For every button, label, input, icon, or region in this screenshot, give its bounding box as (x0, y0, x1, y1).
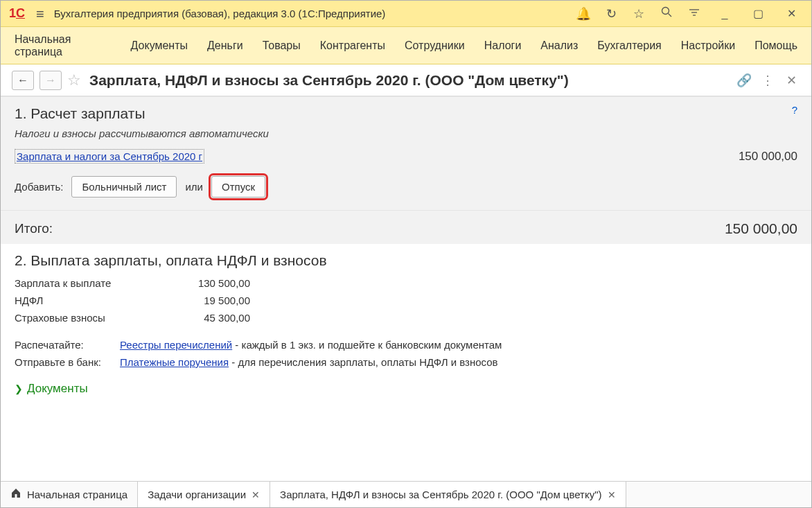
window-close-button[interactable]: ✕ (779, 7, 803, 20)
history-icon[interactable]: ↻ (602, 6, 620, 21)
add-label: Добавить: (15, 181, 63, 193)
print-label: Распечатайте: (15, 339, 112, 351)
section1-note: Налоги и взносы рассчитываются автоматич… (15, 128, 797, 139)
link-salary-taxes[interactable]: Зарплата и налоги за Сентябрь 2020 г (15, 149, 204, 164)
window-maximize-button[interactable]: ▢ (746, 7, 770, 20)
menubar: Начальная страница Документы Деньги Това… (1, 27, 811, 64)
app-logo: 1C (9, 6, 26, 21)
print-instruction: Распечатайте: Реестры перечислений - каж… (15, 336, 797, 353)
payment-summary-table: Зарплата к выплате 130 500,00 НДФЛ 19 50… (15, 274, 797, 326)
close-page-icon[interactable]: ✕ (782, 73, 800, 88)
menu-home[interactable]: Начальная страница (15, 33, 112, 58)
bottom-tabs: Начальная страница Задачи организации ✕ … (1, 481, 811, 507)
total-label: Итого: (15, 221, 53, 236)
bell-icon[interactable]: 🔔 (574, 6, 592, 21)
row-value: 45 300,00 (174, 312, 250, 324)
tab-salary[interactable]: Зарплата, НДФЛ и взносы за Сентябрь 2020… (270, 482, 626, 507)
vacation-button[interactable]: Отпуск (211, 176, 265, 198)
link-icon[interactable]: 🔗 (735, 73, 753, 88)
row-value: 130 500,00 (174, 277, 250, 289)
search-icon[interactable] (657, 6, 676, 21)
tab-label: Зарплата, НДФЛ и взносы за Сентябрь 2020… (280, 489, 601, 500)
or-label: или (185, 181, 203, 193)
section-salary-calc: ? 1. Расчет зарплаты Налоги и взносы рас… (1, 96, 811, 210)
close-icon[interactable]: ✕ (251, 489, 260, 500)
documents-label: Документы (27, 382, 88, 396)
row-label: Зарплата к выплате (15, 277, 174, 289)
more-icon[interactable]: ⋮ (759, 73, 777, 88)
titlebar: 1C ≡ Бухгалтерия предприятия (базовая), … (1, 1, 811, 27)
help-icon[interactable]: ? (792, 104, 797, 116)
svg-point-0 (662, 8, 669, 15)
section1-title: 1. Расчет зарплаты (15, 105, 797, 122)
star-icon[interactable]: ☆ (630, 6, 648, 21)
section-payment: 2. Выплата зарплаты, оплата НДФЛ и взнос… (1, 244, 811, 408)
send-instruction: Отправьте в банк: Платежные поручения - … (15, 353, 797, 371)
row-value: 19 500,00 (174, 295, 250, 306)
chevron-right-icon: ❯ (15, 383, 23, 394)
section1-amount: 150 000,00 (739, 150, 797, 164)
main-content: ? 1. Расчет зарплаты Налоги и взносы рас… (1, 96, 811, 481)
menu-documents[interactable]: Документы (131, 40, 188, 52)
window-minimize-button[interactable]: _ (713, 8, 736, 20)
menu-money[interactable]: Деньги (207, 40, 243, 52)
close-icon[interactable]: ✕ (608, 489, 616, 500)
tab-home-label: Начальная страница (27, 489, 127, 500)
main-menu-icon[interactable]: ≡ (36, 7, 44, 21)
table-row: Зарплата к выплате 130 500,00 (15, 274, 797, 292)
tab-home[interactable]: Начальная страница (1, 482, 138, 507)
app-name: Бухгалтерия предприятия (базовая), редак… (54, 8, 386, 19)
menu-taxes[interactable]: Налоги (484, 40, 522, 52)
menu-settings[interactable]: Настройки (681, 40, 735, 52)
filter-icon[interactable] (685, 6, 703, 21)
send-tail: - для перечисления зарплаты, оплаты НДФЛ… (229, 356, 497, 368)
home-icon (10, 487, 21, 502)
nav-back-button[interactable]: ← (12, 71, 34, 90)
link-registry[interactable]: Реестры перечислений (120, 339, 232, 351)
nav-forward-button[interactable]: → (39, 71, 62, 90)
table-row: НДФЛ 19 500,00 (15, 292, 797, 309)
menu-goods[interactable]: Товары (263, 40, 301, 52)
documents-toggle[interactable]: ❯ Документы (15, 382, 797, 396)
print-tail: - каждый в 1 экз. и подшейте к банковски… (232, 339, 502, 351)
menu-contragents[interactable]: Контрагенты (320, 40, 385, 52)
svg-line-1 (669, 14, 672, 17)
menu-bookkeeping[interactable]: Бухгалтерия (597, 40, 661, 52)
sick-leave-button[interactable]: Больничный лист (71, 176, 177, 198)
favorite-toggle[interactable]: ☆ (67, 71, 81, 89)
tab-org-tasks[interactable]: Задачи организации ✕ (138, 482, 270, 507)
link-payment-orders[interactable]: Платежные поручения (120, 356, 229, 368)
row-label: НДФЛ (15, 295, 174, 306)
page-title: Зарплата, НДФЛ и взносы за Сентябрь 2020… (89, 72, 569, 89)
section2-title: 2. Выплата зарплаты, оплата НДФЛ и взнос… (15, 252, 797, 269)
send-label: Отправьте в банк: (15, 356, 112, 368)
tab-label: Задачи организации (148, 489, 246, 500)
total-value: 150 000,00 (725, 220, 797, 237)
menu-employees[interactable]: Сотрудники (405, 40, 465, 52)
table-row: Страховые взносы 45 300,00 (15, 309, 797, 326)
total-row: Итого: 150 000,00 (1, 210, 811, 244)
menu-help[interactable]: Помощь (754, 40, 797, 52)
menu-analysis[interactable]: Анализ (540, 40, 578, 52)
page-header: ← → ☆ Зарплата, НДФЛ и взносы за Сентябр… (1, 64, 811, 96)
row-label: Страховые взносы (15, 312, 174, 324)
